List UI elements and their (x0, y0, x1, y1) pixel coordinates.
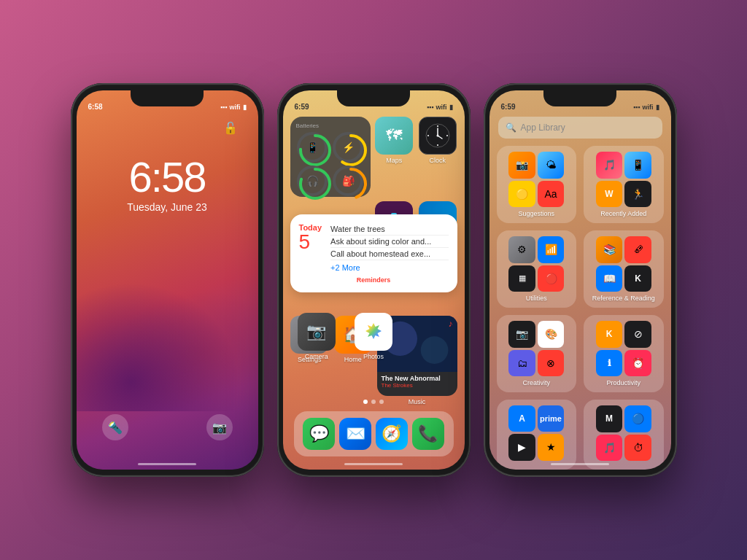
folder-productivity[interactable]: K ⊘ ℹ ⏰ Productivity (584, 315, 664, 392)
creativity-icons: 📷 🎨 🗂 ⊗ (508, 321, 564, 376)
status-time-3: 6:59 (501, 103, 516, 111)
folder-utilities[interactable]: ⚙ 📶 ▦ 🔴 Utilities (497, 230, 577, 308)
reminder-item-2[interactable]: Ask about siding color and... (330, 236, 448, 248)
reference-label: Reference & Reading (592, 295, 655, 302)
status-icons-1: ▪▪▪ wifi ▮ (220, 104, 247, 111)
clock-label: Clock (429, 157, 446, 164)
camera-app-wrapper[interactable]: 📷 Camera (290, 313, 343, 360)
photos-svg (362, 320, 385, 343)
signal-icon-2: ▪▪▪ (427, 104, 434, 111)
notch-1 (131, 90, 204, 106)
spacer-2 (404, 313, 457, 360)
reminder-item-1[interactable]: Water the trees (330, 223, 448, 236)
reminders-content: Today 5 Water the trees Ask about siding… (299, 223, 449, 272)
mail-dock[interactable]: ✉️ (339, 418, 371, 450)
folder-entertainment[interactable]: A prime ▶ ★ (497, 400, 577, 470)
page-dots (283, 400, 465, 404)
phone-lock: 6:58 ▪▪▪ wifi ▮ 🔓 6:58 Tuesday, June 23 … (71, 83, 264, 477)
battery-icon: ▮ (243, 104, 247, 111)
utility-app-3: ▦ (508, 265, 535, 292)
battery-circles: 📱 ⚡ (296, 132, 365, 196)
home-indicator-2[interactable] (344, 463, 403, 465)
notch-2 (337, 90, 410, 106)
safari-icon[interactable]: 🧭 (376, 418, 408, 450)
phone-library: 6:59 ▪▪▪ wifi ▮ 🔍 App Library 📸 🌤 (484, 83, 677, 477)
wifi-icon-3: wifi (643, 104, 654, 111)
misc-app-3: 🎵 (596, 435, 623, 462)
folder-reference[interactable]: 📚 🗞 📖 K Reference & Reading (584, 230, 664, 308)
messages-icon[interactable]: 💬 (303, 418, 335, 450)
clock-app-wrapper[interactable]: Clock (418, 117, 457, 197)
folder-suggestions[interactable]: 📸 🌤 🟡 Aa Suggestions (497, 146, 577, 223)
suggestion-app-4: Aa (538, 181, 565, 208)
recently-added-label: Recently Added (600, 210, 646, 217)
reminders-widget[interactable]: Today 5 Water the trees Ask about siding… (290, 214, 457, 292)
folder-recently-added[interactable]: 🎵 📱 W 🏃 Recently Added (584, 146, 664, 223)
prod-app-4: ⏰ (624, 350, 651, 377)
reminders-items-list: Water the trees Ask about siding color a… (330, 223, 448, 272)
lock-time: 6:58 (77, 156, 258, 198)
maps-app-wrapper[interactable]: 🗺 Maps (375, 117, 414, 197)
photos-icon[interactable] (355, 313, 392, 351)
mail-icon[interactable]: ✉️ (339, 418, 371, 450)
phone-icon[interactable]: 📞 (412, 418, 444, 450)
ref-app-3: 📖 (596, 265, 623, 292)
app-library-screen: 6:59 ▪▪▪ wifi ▮ 🔍 App Library 📸 🌤 (489, 90, 671, 470)
folder-creativity[interactable]: 📷 🎨 🗂 ⊗ Creativity (497, 315, 577, 392)
battery-airpods: ⚡ (332, 132, 365, 163)
maps-icon[interactable]: 🗺 (375, 117, 413, 155)
reminders-more[interactable]: +2 More (330, 263, 448, 272)
utility-app-1: ⚙ (508, 236, 535, 263)
creative-app-4: ⊗ (538, 350, 565, 377)
photos-app-wrapper[interactable]: Photos (347, 313, 400, 360)
music-artist: The Strokes (382, 382, 453, 389)
photos-label: Photos (363, 353, 384, 360)
phone-dock[interactable]: 📞 (412, 418, 444, 450)
unlock-icon: 🔓 (223, 121, 238, 135)
batteries-widget-wrapper[interactable]: Batteries 📱 (290, 117, 371, 197)
messages-dock[interactable]: 💬 (303, 418, 335, 450)
music-info: The New Abnormal The Strokes (377, 372, 457, 392)
recent-app-3: W (596, 181, 623, 208)
home-indicator-3[interactable] (551, 463, 609, 465)
phone-home: 6:59 ▪▪▪ wifi ▮ Batteries (277, 83, 471, 477)
folder-misc[interactable]: M 🔵 🎵 ⏱ (584, 400, 664, 470)
status-time-2: 6:59 (295, 103, 309, 111)
wifi-icon-2: wifi (436, 104, 447, 111)
dock: 💬 ✉️ 🧭 📞 (294, 411, 454, 456)
lock-date: Tuesday, June 23 (77, 201, 258, 213)
clock-icon[interactable] (419, 117, 457, 155)
home-indicator-1[interactable] (138, 463, 196, 465)
ref-app-1: 📚 (596, 236, 623, 263)
ref-app-2: 🗞 (624, 236, 651, 263)
creative-app-1: 📷 (508, 321, 535, 348)
headphones-icon: 🎧 (306, 175, 319, 187)
status-time-1: 6:58 (88, 103, 103, 111)
wallpaper-decoration (77, 265, 258, 411)
recent-app-4: 🏃 (624, 181, 651, 208)
prod-app-2: ⊘ (624, 321, 651, 348)
ent-app-1: A (508, 405, 535, 432)
battery-phone: 📱 (296, 132, 329, 163)
camera-shortcut-button[interactable]: 📷 (206, 414, 233, 440)
recently-added-icons: 🎵 📱 W 🏃 (596, 152, 651, 207)
dot-2 (371, 400, 376, 404)
batteries-widget[interactable]: Batteries 📱 (290, 117, 371, 197)
app-library-search[interactable]: 🔍 App Library (498, 117, 662, 139)
music-title: The New Abnormal (382, 375, 453, 382)
safari-dock[interactable]: 🧭 (376, 418, 408, 450)
maps-label: Maps (386, 157, 402, 164)
torch-button[interactable]: 🔦 (102, 414, 128, 440)
status-icons-2: ▪▪▪ wifi ▮ (427, 104, 453, 111)
reminders-widget-label: Reminders (299, 276, 449, 284)
case-icon: 🎒 (342, 175, 355, 187)
ent-app-4: ★ (538, 434, 565, 462)
batteries-label: Batteries (296, 122, 365, 129)
home-screen: 6:59 ▪▪▪ wifi ▮ Batteries (283, 90, 465, 470)
camera-icon[interactable]: 📷 (298, 313, 336, 351)
creative-app-2: 🎨 (538, 321, 565, 348)
prod-app-3: ℹ (596, 350, 623, 377)
lightning-icon: ⚡ (342, 141, 355, 153)
reminder-item-3[interactable]: Call about homestead exe... (330, 248, 448, 260)
suggestion-app-1: 📸 (508, 152, 535, 179)
